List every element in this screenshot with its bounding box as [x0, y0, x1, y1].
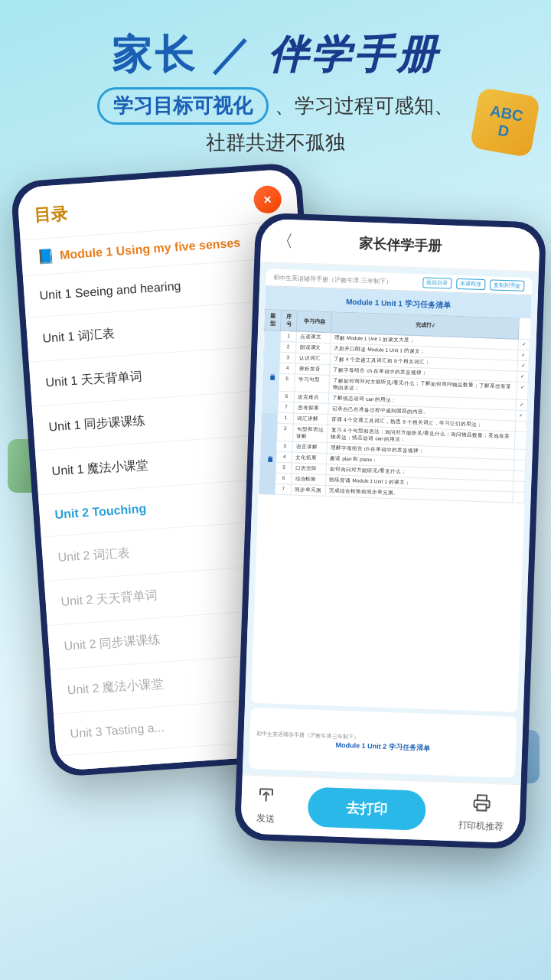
abc-decoration: ABCD: [470, 87, 541, 158]
front-phone-screen: 〈 家长伴学手册 初中生英语辅导手册（沪教牛津·三年制下） 返回目录 本课程序 …: [240, 219, 540, 843]
front-nav-title: 家长伴学手册: [359, 235, 442, 256]
lesson-order-btn[interactable]: 本课程序: [456, 278, 485, 290]
module-icon: 📘: [36, 248, 54, 265]
printer-icon: [472, 793, 491, 817]
front-content: 初中生英语辅导手册（沪教牛津·三年制下） 返回目录 本课程序 复制到书架 Mod…: [243, 262, 539, 784]
print-button[interactable]: 去打印: [307, 787, 426, 831]
subtitle: 学习目标可视化 、学习过程可感知、 社群共进不孤独: [15, 87, 536, 156]
copy-shelf-btn[interactable]: 复制到书架: [490, 280, 524, 292]
main-title: 家长 ／ 伴学手册: [15, 31, 536, 78]
doc-page-2: 初中生英语辅导手册（沪教牛津·三年制下） Module 1 Unit 2 学习任…: [249, 708, 517, 778]
svg-rect-1: [477, 804, 486, 810]
bottom-bar: 发送 去打印 打印机推荐: [240, 775, 520, 844]
send-icon: [256, 786, 276, 809]
header: 家长 ／ 伴学手册 学习目标可视化 、学习过程可感知、 社群共进不孤独 ABCD: [0, 0, 551, 171]
close-button[interactable]: ×: [253, 185, 282, 214]
phones-container: 目录 × 📘 Module 1 Using my five senses Uni…: [15, 171, 536, 860]
front-phone: 〈 家长伴学手册 初中生英语辅导手册（沪教牛津·三年制下） 返回目录 本课程序 …: [234, 213, 546, 850]
back-button[interactable]: 〈: [276, 230, 294, 253]
doc2-header: 初中生英语辅导手册（沪教牛津·三年制下）: [256, 730, 359, 741]
doc-header-buttons: 返回目录 本课程序 复制到书架: [422, 278, 524, 292]
task-table: 题型 序号 学习内容 完成打√ 课前学习清单 1 点读课文: [259, 309, 531, 503]
send-action[interactable]: 发送: [256, 786, 276, 825]
printer-action[interactable]: 打印机推荐: [458, 793, 505, 833]
toc-btn[interactable]: 返回目录: [422, 278, 452, 289]
doc-page-1: 初中生英语辅导手册（沪教牛津·三年制下） 返回目录 本课程序 复制到书架 Mod…: [251, 269, 533, 713]
